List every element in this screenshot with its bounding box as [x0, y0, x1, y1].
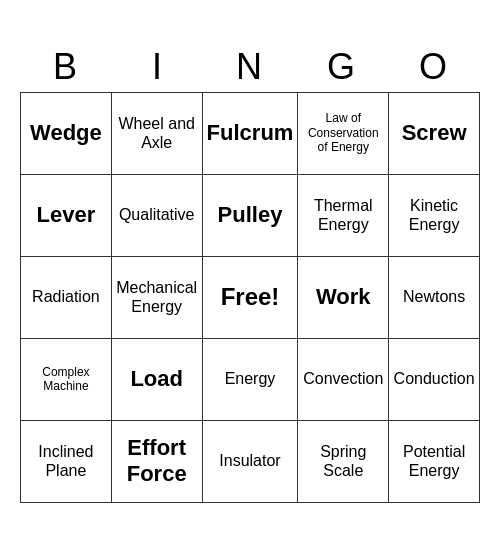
- bingo-cell[interactable]: Insulator: [203, 421, 299, 503]
- header-letter: G: [296, 42, 388, 92]
- cell-text: Wedge: [30, 120, 102, 146]
- cell-text: Law of Conservation of Energy: [302, 111, 384, 154]
- cell-text: Mechanical Energy: [116, 278, 198, 316]
- cell-text: Kinetic Energy: [393, 196, 475, 234]
- bingo-cell[interactable]: Work: [298, 257, 389, 339]
- cell-text: Load: [130, 366, 183, 392]
- cell-text: Screw: [402, 120, 467, 146]
- bingo-grid: WedgeWheel and AxleFulcrumLaw of Conserv…: [20, 92, 480, 503]
- bingo-cell[interactable]: Load: [112, 339, 203, 421]
- cell-text: Energy: [225, 369, 276, 388]
- cell-text: Qualitative: [119, 205, 195, 224]
- bingo-cell[interactable]: Newtons: [389, 257, 480, 339]
- bingo-cell[interactable]: Effort Force: [112, 421, 203, 503]
- bingo-cell[interactable]: Complex Machine: [21, 339, 112, 421]
- bingo-cell[interactable]: Fulcrum: [203, 93, 299, 175]
- bingo-cell[interactable]: Pulley: [203, 175, 299, 257]
- bingo-cell[interactable]: Thermal Energy: [298, 175, 389, 257]
- cell-text: Complex Machine: [25, 365, 107, 394]
- bingo-cell[interactable]: Wedge: [21, 93, 112, 175]
- bingo-cell[interactable]: Inclined Plane: [21, 421, 112, 503]
- bingo-cell[interactable]: Spring Scale: [298, 421, 389, 503]
- bingo-cell[interactable]: Convection: [298, 339, 389, 421]
- bingo-cell[interactable]: Free!: [203, 257, 299, 339]
- cell-text: Newtons: [403, 287, 465, 306]
- cell-text: Convection: [303, 369, 383, 388]
- bingo-cell[interactable]: Screw: [389, 93, 480, 175]
- cell-text: Conduction: [394, 369, 475, 388]
- cell-text: Thermal Energy: [302, 196, 384, 234]
- bingo-cell[interactable]: Lever: [21, 175, 112, 257]
- bingo-cell[interactable]: Qualitative: [112, 175, 203, 257]
- cell-text: Spring Scale: [302, 442, 384, 480]
- cell-text: Wheel and Axle: [116, 114, 198, 152]
- header-letter: B: [20, 42, 112, 92]
- cell-text: Pulley: [218, 202, 283, 228]
- bingo-cell[interactable]: Kinetic Energy: [389, 175, 480, 257]
- cell-text: Insulator: [219, 451, 280, 470]
- header-letter: O: [388, 42, 480, 92]
- bingo-cell[interactable]: Conduction: [389, 339, 480, 421]
- cell-text: Inclined Plane: [25, 442, 107, 480]
- cell-text: Effort Force: [116, 435, 198, 488]
- bingo-cell[interactable]: Radiation: [21, 257, 112, 339]
- cell-text: Lever: [37, 202, 96, 228]
- bingo-cell[interactable]: Law of Conservation of Energy: [298, 93, 389, 175]
- bingo-cell[interactable]: Mechanical Energy: [112, 257, 203, 339]
- bingo-card: BINGO WedgeWheel and AxleFulcrumLaw of C…: [20, 42, 480, 503]
- bingo-cell[interactable]: Wheel and Axle: [112, 93, 203, 175]
- cell-text: Potential Energy: [393, 442, 475, 480]
- cell-text: Free!: [221, 283, 280, 312]
- cell-text: Work: [316, 284, 371, 310]
- cell-text: Radiation: [32, 287, 100, 306]
- cell-text: Fulcrum: [207, 120, 294, 146]
- bingo-cell[interactable]: Potential Energy: [389, 421, 480, 503]
- bingo-cell[interactable]: Energy: [203, 339, 299, 421]
- header-letter: N: [204, 42, 296, 92]
- header-letter: I: [112, 42, 204, 92]
- bingo-header: BINGO: [20, 42, 480, 92]
